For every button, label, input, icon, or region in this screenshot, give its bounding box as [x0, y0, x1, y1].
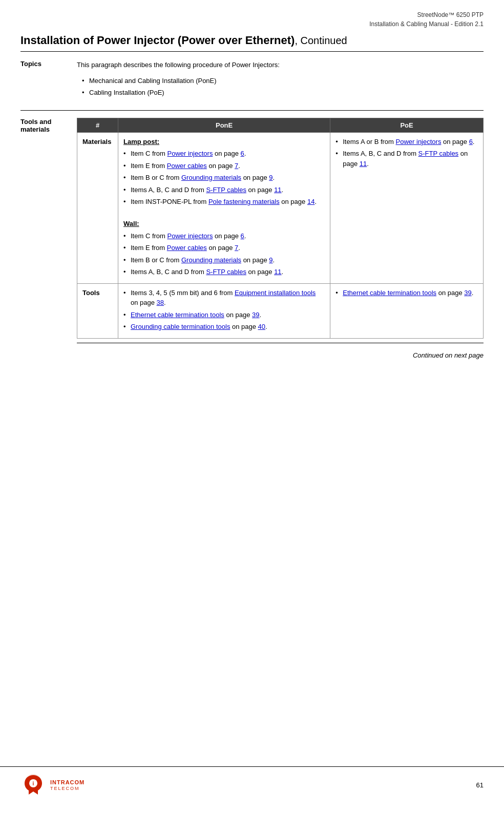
list-item: Item INST-PONE-PL from Pole fastening ma…: [123, 197, 325, 207]
grounding-materials-link[interactable]: Grounding materials: [181, 174, 241, 181]
list-item: Cabling Installation (PoE): [82, 88, 484, 98]
tools-poe-cell: Ethernet cable termination tools on page…: [330, 283, 484, 338]
list-item: Item C from Power injectors on page 6.: [123, 149, 325, 159]
tools-pone-cell: Items 3, 4, 5 (5 mm bit) and 6 from Equi…: [118, 283, 330, 338]
list-item: Ethernet cable termination tools on page…: [335, 288, 478, 298]
page-header: StreetNode™ 6250 PTP Installation & Cabl…: [20, 10, 484, 29]
poe-materials-list: Items A or B from Power injectors on pag…: [335, 137, 478, 169]
ethernet-termination-tools-link1[interactable]: Ethernet cable termination tools: [131, 311, 224, 319]
col-header-poe: PoE: [330, 118, 484, 132]
list-item: Items A, B, C and D from S-FTP cables on…: [123, 267, 325, 277]
page-number: 61: [476, 781, 484, 789]
page-title: Installation of Power Injector (Power ov…: [20, 34, 484, 47]
wall-list: Item C from Power injectors on page 6. I…: [123, 231, 325, 277]
grounding-materials-link2[interactable]: Grounding materials: [181, 256, 241, 264]
ethernet-termination-tools-link2[interactable]: Ethernet cable termination tools: [343, 289, 436, 297]
power-injectors-link2[interactable]: Power injectors: [167, 232, 213, 240]
lamp-post-list: Item C from Power injectors on page 6. I…: [123, 149, 325, 207]
row-header-materials: Materials: [77, 132, 118, 283]
table-row: Materials Lamp post: Item C from Power i…: [77, 132, 484, 283]
list-item: Items A, B, C and D from S-FTP cables on…: [123, 185, 325, 195]
poe-power-injectors-link[interactable]: Power injectors: [396, 138, 442, 145]
list-item: Item E from Power cables on page 7.: [123, 243, 325, 253]
row-header-tools: Tools: [77, 283, 118, 338]
power-cables-link2[interactable]: Power cables: [167, 244, 207, 252]
tools-divider: [20, 110, 484, 111]
topics-intro: This paragraph describes the following p…: [77, 60, 484, 71]
power-cables-link[interactable]: Power cables: [167, 162, 207, 170]
sftp-cables-link2[interactable]: S-FTP cables: [206, 268, 246, 276]
pole-fastening-link[interactable]: Pole fastening materials: [208, 198, 280, 205]
power-injectors-link[interactable]: Power injectors: [167, 150, 213, 157]
table-wrapper: # PonE PoE Materials Lamp post: Item C f…: [77, 118, 484, 359]
wall-title: Wall:: [123, 219, 325, 229]
company-sub: TELECOM: [50, 786, 85, 791]
col-header-num: #: [77, 118, 118, 132]
poe-tools-list: Ethernet cable termination tools on page…: [335, 288, 478, 298]
list-item: Grounding cable termination tools on pag…: [123, 322, 325, 332]
footer: i INTRACOM TELECOM 61: [0, 766, 504, 798]
list-item: Item E from Power cables on page 7.: [123, 161, 325, 171]
tools-label: Tools andmaterials: [20, 118, 77, 359]
pone-tools-list: Items 3, 4, 5 (5 mm bit) and 6 from Equi…: [123, 288, 325, 332]
topics-content: This paragraph describes the following p…: [77, 60, 484, 100]
table-row: Tools Items 3, 4, 5 (5 mm bit) and 6 fro…: [77, 283, 484, 338]
list-item: Item B or C from Grounding materials on …: [123, 255, 325, 265]
logo-text-block: INTRACOM TELECOM: [50, 779, 85, 791]
list-item: Items A, B, C and D from S-FTP cables on…: [335, 149, 478, 169]
col-header-pone: PonE: [118, 118, 330, 132]
title-divider: [20, 51, 484, 52]
table-bottom-divider: [77, 343, 484, 343]
tools-section: Tools andmaterials # PonE PoE Materials: [20, 118, 484, 359]
topics-list: Mechanical and Cabling Installation (Pon…: [77, 76, 484, 98]
equipment-installation-tools-link[interactable]: Equipment installation tools: [235, 289, 316, 297]
header-line1: StreetNode™ 6250 PTP: [20, 10, 484, 19]
intracom-logo-icon: i: [20, 772, 46, 798]
grounding-termination-tools-link[interactable]: Grounding cable termination tools: [131, 323, 230, 330]
topics-label: Topics: [20, 60, 77, 100]
main-table: # PonE PoE Materials Lamp post: Item C f…: [77, 118, 484, 339]
materials-poe-cell: Items A or B from Power injectors on pag…: [330, 132, 484, 283]
poe-sftp-cables-link[interactable]: S-FTP cables: [418, 150, 459, 157]
list-item: Mechanical and Cabling Installation (Pon…: [82, 76, 484, 86]
svg-text:i: i: [33, 781, 34, 786]
lamp-post-title: Lamp post:: [123, 137, 325, 147]
footer-logo: i INTRACOM TELECOM: [20, 772, 85, 798]
header-line2: Installation & Cabling Manual - Edition …: [20, 19, 484, 29]
company-name: INTRACOM: [50, 779, 85, 786]
continued-on-next-page: Continued on next page: [77, 351, 484, 359]
materials-pone-cell: Lamp post: Item C from Power injectors o…: [118, 132, 330, 283]
list-item: Item B or C from Grounding materials on …: [123, 173, 325, 183]
sftp-cables-link1[interactable]: S-FTP cables: [206, 186, 246, 194]
list-item: Items A or B from Power injectors on pag…: [335, 137, 478, 147]
list-item: Ethernet cable termination tools on page…: [123, 310, 325, 320]
list-item: Items 3, 4, 5 (5 mm bit) and 6 from Equi…: [123, 288, 325, 308]
list-item: Item C from Power injectors on page 6.: [123, 231, 325, 241]
topics-section: Topics This paragraph describes the foll…: [20, 60, 484, 100]
table-header-row: # PonE PoE: [77, 118, 484, 132]
